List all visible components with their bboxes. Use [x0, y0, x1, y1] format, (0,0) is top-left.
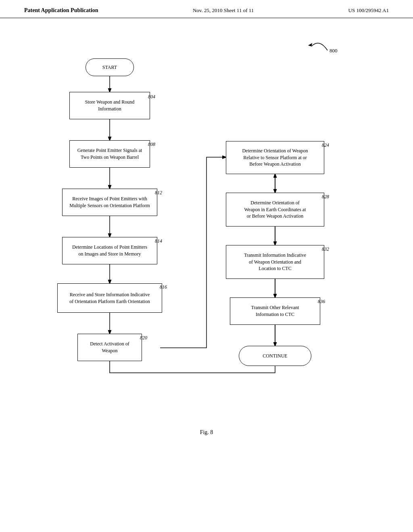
step-label-814: 814	[155, 238, 162, 244]
step-label-824: 824	[322, 142, 329, 148]
node-812: Receive Images of Point Emitters withMul…	[62, 189, 157, 216]
start-box: START	[86, 58, 134, 76]
node-828-label: Determine Orientation ofWeapon in Earth …	[244, 200, 306, 220]
step-label-832: 832	[322, 246, 329, 252]
step-label-804: 804	[148, 94, 155, 100]
node-832-label: Transmit Information Indicativeof Weapon…	[244, 252, 306, 272]
node-814-label: Determine Locations of Point Emitterson …	[72, 244, 147, 258]
continue-label: CONTINUE	[263, 353, 287, 360]
page-header: Patent Application Publication Nov. 25, …	[0, 0, 413, 18]
node-816-label: Receive and Store Information Indicative…	[69, 291, 150, 305]
continue-box: CONTINUE	[239, 346, 311, 366]
step-label-808: 808	[148, 141, 155, 148]
node-836: Transmit Other RelevantInformation to CT…	[230, 297, 320, 325]
node-836-label: Transmit Other RelevantInformation to CT…	[251, 304, 299, 318]
step-label-828: 828	[322, 194, 329, 200]
node-812-label: Receive Images of Point Emitters withMul…	[69, 195, 150, 209]
node-824: Determine Orientation of WeaponRelative …	[226, 141, 324, 174]
header-center: Nov. 25, 2010 Sheet 11 of 11	[193, 7, 254, 14]
page: Patent Application Publication Nov. 25, …	[0, 0, 413, 532]
node-804: Store Weapon and RoundInformation	[69, 92, 150, 119]
node-820: Detect Activation ofWeapon	[77, 334, 142, 361]
step-label-816: 816	[160, 284, 167, 290]
step-label-812: 812	[155, 190, 162, 196]
node-814: Determine Locations of Point Emitterson …	[62, 237, 157, 264]
step-label-836: 836	[318, 299, 325, 305]
node-804-label: Store Weapon and RoundInformation	[85, 99, 134, 112]
main-content: 800	[0, 18, 413, 444]
node-816: Receive and Store Information Indicative…	[57, 283, 162, 313]
header-right: US 100/295942 A1	[348, 7, 389, 14]
flowchart: 800	[33, 34, 380, 417]
figure-label: Fig. 8	[24, 429, 389, 436]
node-808: Generate Point Emitter Signals atTwo Poi…	[69, 140, 150, 168]
header-left: Patent Application Publication	[24, 7, 98, 14]
node-820-label: Detect Activation ofWeapon	[90, 341, 129, 354]
fig-label-text: Fig. 8	[200, 429, 213, 435]
node-824-label: Determine Orientation of WeaponRelative …	[242, 148, 308, 168]
node-828: Determine Orientation ofWeapon in Earth …	[226, 193, 324, 227]
node-808-label: Generate Point Emitter Signals atTwo Poi…	[77, 147, 142, 161]
node-832: Transmit Information Indicativeof Weapon…	[226, 245, 324, 279]
svg-text:800: 800	[330, 48, 338, 54]
step-label-820: 820	[140, 335, 147, 341]
start-label: START	[102, 64, 117, 71]
diagram-ref-label: 800	[307, 34, 340, 56]
